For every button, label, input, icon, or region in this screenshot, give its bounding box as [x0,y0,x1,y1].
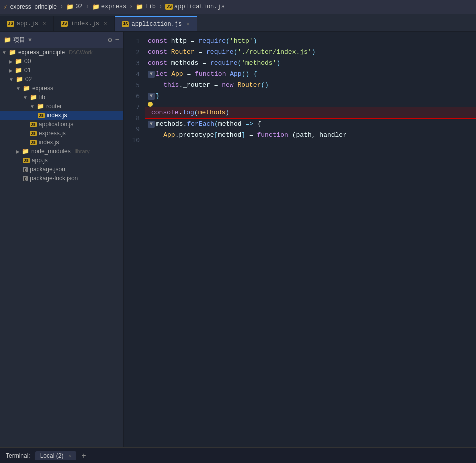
sidebar-title: 📁 项目 ▼ [4,36,33,44]
sidebar: 📁 项目 ▼ ⚙ − ▼ 📁 express_principle D:\CWor… [0,32,124,447]
code-line-9: ▼methods.forEach(method => { [145,119,476,130]
terminal-tab-local[interactable]: Local (2) × [35,451,76,460]
sidebar-item-root[interactable]: ▼ 📁 express_principle D:\CWork [0,48,123,57]
fold-icon-6[interactable]: ▼ [148,93,155,100]
tab-close-indexjs[interactable]: × [104,21,107,27]
code-line-5: this._router = new Router() [145,80,476,91]
breadcrumb-file: JS application.js [165,3,225,10]
sidebar-item-applicationjs[interactable]: JS application.js [0,120,123,129]
project-icon: 📁 [4,36,11,43]
main-layout: 📁 项目 ▼ ⚙ − ▼ 📁 express_principle D:\CWor… [0,32,476,447]
tab-app-js[interactable]: JS app.js × [0,16,54,31]
breakpoint-marker[interactable] [148,102,153,107]
sidebar-item-expressjs[interactable]: JS express.js [0,129,123,138]
terminal-tab-close[interactable]: × [68,453,71,459]
code-line-7 [145,102,476,107]
sidebar-item-00[interactable]: ▶ 📁 00 [0,57,123,66]
sidebar-header: 📁 项目 ▼ ⚙ − [0,32,123,48]
tab-close-appjs[interactable]: × [43,21,46,27]
breadcrumb-02: 📁 02 [66,3,82,11]
sidebar-item-router[interactable]: ▼ 📁 router [0,102,123,111]
fold-icon-4[interactable]: ▼ [148,71,155,78]
code-line-10: App.prototype[method] = function (path, … [145,130,476,141]
code-line-4: ▼let App = function App() { [145,69,476,80]
sidebar-item-packagejson[interactable]: {} package.json [0,165,123,174]
title-bar: ⚡ express_principle › 📁 02 › 📁 express ›… [0,0,476,14]
code-line-2: const Router = require('./router/index.j… [145,47,476,58]
editor-area: 1 2 3 4 5 6 7 8 9 10 const http = requir… [124,32,476,447]
code-content: 1 2 3 4 5 6 7 8 9 10 const http = requir… [124,32,476,447]
tab-close-applicationjs[interactable]: × [186,21,190,27]
code-lines: const http = require('http') const Route… [145,32,476,447]
breadcrumb-lib: 📁 lib [136,3,156,11]
sidebar-item-02[interactable]: ▼ 📁 02 [0,75,123,84]
code-line-1: const http = require('http') [145,36,476,47]
folder-icon-express: 📁 [92,3,100,11]
folder-icon-lib: 📁 [136,3,143,11]
title-app: express_principle [10,3,57,10]
code-line-3: const methods = require('methods') [145,58,476,69]
sidebar-item-lib[interactable]: ▼ 📁 lib [0,93,123,102]
sidebar-item-express[interactable]: ▼ 📁 express [0,84,123,93]
code-line-8: console.log(methods) [145,107,476,119]
code-line-6: ▼} [145,91,476,102]
settings-icon[interactable]: ⚙ [108,36,112,44]
tab-application-js[interactable]: JS application.js × [115,16,197,31]
tab-index-js[interactable]: JS index.js × [54,16,115,31]
breadcrumb-express: 📁 express [92,3,126,11]
title-icon: ⚡ [4,4,7,10]
js-file-icon: JS [165,4,173,10]
minimize-icon[interactable]: − [115,36,119,44]
sidebar-item-01[interactable]: ▶ 📁 01 [0,66,123,75]
sidebar-item-nodemodules[interactable]: ▶ 📁 node_modules library [0,147,123,156]
sidebar-controls: ⚙ − [108,36,119,44]
sidebar-item-router-indexjs[interactable]: JS index.js [0,111,123,120]
sidebar-item-lib-indexjs[interactable]: JS index.js [0,138,123,147]
sidebar-item-packagelockjson[interactable]: {} package-lock.json [0,174,123,183]
line-numbers: 1 2 3 4 5 6 7 8 9 10 [124,32,145,447]
terminal-bar: Terminal: Local (2) × + [0,447,476,463]
fold-icon-9[interactable]: ▼ [148,121,155,128]
tab-bar: JS app.js × JS index.js × JS application… [0,14,476,32]
sidebar-item-appjs[interactable]: JS app.js [0,156,123,165]
terminal-label: Terminal: [6,452,30,459]
folder-icon-02: 📁 [66,3,74,11]
terminal-new-tab[interactable]: + [81,451,86,460]
